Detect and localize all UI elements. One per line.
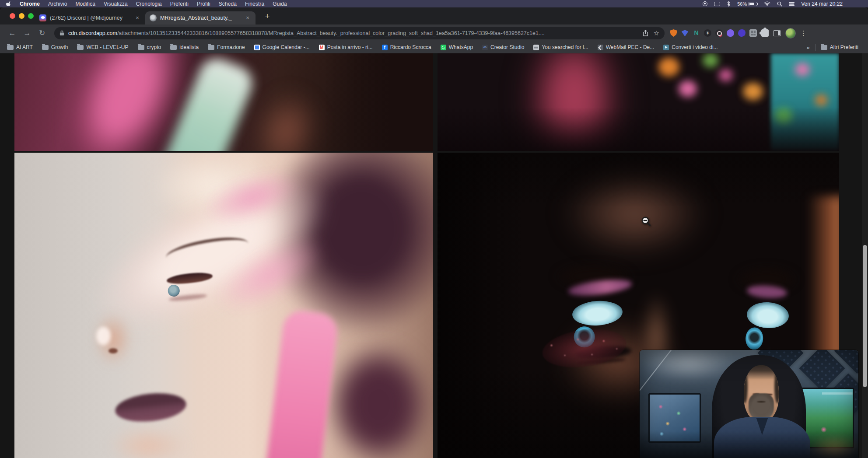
new-tab-button[interactable]: +	[262, 10, 273, 22]
extension-notion-icon[interactable]: N	[693, 29, 700, 37]
wifi-icon[interactable]	[764, 1, 770, 6]
forward-button[interactable]: →	[21, 27, 33, 39]
window-controls	[10, 13, 34, 19]
chrome-menu-icon[interactable]: ⋮	[800, 29, 807, 37]
bookmarks-overflow-chevron[interactable]: »	[806, 44, 809, 51]
folder-icon	[7, 45, 14, 50]
extensions-puzzle-icon[interactable]	[761, 29, 769, 37]
bookmark-folder-ai-art[interactable]: AI ART	[7, 44, 33, 50]
midjourney-grid-image-bottom-left[interactable]	[14, 153, 433, 458]
bookmark-folder-crypto[interactable]: crypto	[138, 44, 161, 50]
menu-guida[interactable]: Guida	[273, 1, 287, 7]
folder-icon	[77, 45, 84, 50]
close-tab-icon[interactable]: ×	[244, 14, 251, 21]
menu-clock[interactable]: Ven 24 mar 20:22	[801, 1, 843, 7]
side-panel-icon[interactable]	[773, 30, 781, 36]
bookmark-gmail-inbox[interactable]: Posta in arrivo - ri...	[319, 44, 373, 50]
bookmark-creator-studio[interactable]: Creator Studio	[482, 44, 524, 50]
midjourney-grid-image-top-left[interactable]	[14, 53, 433, 151]
bookmark-folder-web-level-up[interactable]: WEB - LEVEL-UP	[77, 44, 128, 50]
discord-favicon	[39, 14, 46, 21]
menu-chrome[interactable]: Chrome	[20, 1, 40, 7]
display-icon[interactable]	[714, 2, 720, 6]
spotlight-icon[interactable]	[777, 1, 782, 7]
record-icon[interactable]	[703, 1, 707, 6]
menu-preferiti[interactable]: Preferiti	[170, 1, 189, 7]
bookmark-star-icon[interactable]: ☆	[654, 29, 659, 37]
other-bookmarks-folder[interactable]: Altri Preferiti	[821, 44, 858, 50]
dark-lips	[114, 390, 187, 425]
bookmark-google-calendar[interactable]: Google Calendar -...	[254, 44, 310, 50]
bookmarks-divider	[815, 44, 816, 51]
menu-finestra[interactable]: Finestra	[245, 1, 264, 7]
midjourney-grid-image-top-right[interactable]	[438, 53, 839, 151]
folder-icon	[42, 45, 49, 50]
extension-dark-icon[interactable]: ✳	[704, 29, 711, 37]
facebook-icon	[382, 45, 388, 50]
macos-menu-bar: Chrome Archivio Modifica Visualizza Cron…	[0, 0, 868, 7]
extension-violet-icon[interactable]	[738, 29, 746, 37]
chrome-window: (2762) Discord | @Midjourney × MRregista…	[0, 7, 868, 458]
address-bar[interactable]: cdn.discordapp.com/attachments/101351233…	[54, 27, 665, 39]
screen: Chrome Archivio Modifica Visualizza Cron…	[0, 0, 868, 458]
webcam-overlay	[640, 350, 858, 458]
bookmark-whatsapp[interactable]: WhatsApp	[441, 44, 473, 50]
battery-icon	[749, 2, 757, 6]
menu-visualizza[interactable]: Visualizza	[104, 1, 128, 7]
apple-logo-icon[interactable]	[6, 1, 12, 7]
tab-title: MRregista_Abstract_beauty._	[160, 15, 241, 21]
page-content	[0, 53, 868, 458]
reload-button[interactable]: ↻	[36, 27, 48, 39]
meta-infinity-icon	[482, 45, 488, 50]
bookmark-facebook-profile[interactable]: Riccardo Scrocca	[382, 44, 431, 50]
bokeh-dot	[719, 69, 733, 81]
menu-status-area: 56% Ven 24 mar 20:22	[703, 1, 868, 7]
dark-bottom-fade	[438, 107, 839, 151]
webcam-vignette	[640, 350, 858, 458]
close-window-button[interactable]	[10, 13, 15, 19]
nose-highlight	[96, 327, 111, 345]
zoom-window-button[interactable]	[28, 13, 34, 19]
menu-scheda[interactable]: Scheda	[219, 1, 237, 7]
control-center-icon[interactable]	[789, 2, 794, 6]
lock-icon[interactable]	[60, 30, 64, 36]
scrollbar-track[interactable]	[862, 53, 868, 458]
close-tab-icon[interactable]: ×	[134, 14, 141, 21]
extension-blue-wallet-icon[interactable]	[681, 29, 689, 37]
tab-title: (2762) Discord | @Midjourney	[50, 15, 130, 21]
bokeh-dot	[743, 83, 763, 100]
menu-cronologia[interactable]: Cronologia	[136, 1, 162, 7]
profile-avatar[interactable]	[785, 28, 796, 38]
scrollbar-thumb[interactable]	[863, 245, 867, 387]
menu-modifica[interactable]: Modifica	[75, 1, 95, 7]
folder-icon	[138, 45, 144, 50]
menu-archivio[interactable]: Archivio	[48, 1, 67, 7]
url-domain: cdn.discordapp.com	[68, 30, 117, 36]
bookmarks-bar: AI ART Growth WEB - LEVEL-UP crypto idea…	[0, 42, 868, 53]
minimize-window-button[interactable]	[19, 13, 24, 19]
bluetooth-icon[interactable]	[727, 1, 731, 7]
tab-image-viewer[interactable]: MRregista_Abstract_beauty._ ×	[145, 11, 256, 24]
folder-icon	[821, 45, 827, 50]
url-text: cdn.discordapp.com/attachments/101351233…	[68, 30, 637, 36]
bookmark-you-searched[interactable]: You searched for l...	[533, 44, 588, 50]
share-icon[interactable]	[643, 30, 648, 36]
bookmark-folder-growth[interactable]: Growth	[42, 44, 68, 50]
extension-purple-icon[interactable]	[727, 29, 734, 37]
extension-grid-icon[interactable]	[749, 29, 757, 37]
tab-discord[interactable]: (2762) Discord | @Midjourney ×	[35, 11, 145, 24]
extension-password-key-icon[interactable]	[715, 29, 723, 37]
bookmark-folder-formazione[interactable]: Formazione	[208, 44, 245, 50]
battery-status[interactable]: 56%	[737, 1, 757, 7]
extension-metamask-icon[interactable]	[670, 29, 677, 37]
bookmark-webmail-pec[interactable]: WebMail PEC - De...	[598, 44, 654, 50]
back-button[interactable]: ←	[6, 27, 18, 39]
bokeh-dot	[703, 53, 718, 67]
whatsapp-icon	[441, 45, 446, 50]
bookmark-folder-idealista[interactable]: idealista	[170, 44, 199, 50]
bokeh-dot	[658, 57, 679, 77]
zoom-out-cursor-icon	[640, 216, 652, 227]
bokeh-dot	[679, 80, 697, 97]
menu-profili[interactable]: Profili	[197, 1, 210, 7]
bookmark-converti-video[interactable]: Converti i video di...	[663, 44, 718, 50]
